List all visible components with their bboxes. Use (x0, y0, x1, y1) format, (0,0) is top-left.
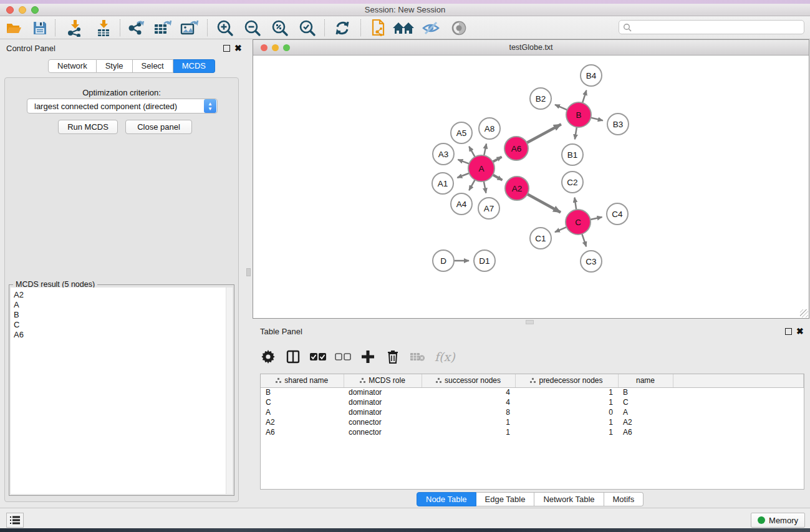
table-cell[interactable]: A (618, 407, 673, 417)
edge-B-B3[interactable] (590, 117, 602, 120)
tab-style[interactable]: Style (97, 59, 133, 73)
zoom-fit-icon[interactable] (269, 18, 291, 37)
table-cell[interactable]: 0 (515, 407, 618, 417)
table-cell[interactable]: A2 (261, 417, 344, 427)
control-panel-close-icon[interactable]: ✖ (234, 45, 242, 52)
hide-selected-eye-slash-icon[interactable] (420, 18, 442, 37)
edge-A-A8[interactable] (484, 143, 486, 156)
table-cell[interactable]: C (261, 397, 344, 407)
edge-A-A6[interactable] (492, 157, 501, 162)
desktop-splitter-handle[interactable] (526, 320, 534, 324)
export-image-icon[interactable] (178, 18, 201, 37)
tab-select[interactable]: Select (133, 59, 173, 73)
mcds-result-item[interactable]: A (14, 300, 227, 310)
search-field[interactable] (619, 20, 804, 34)
tab-network-table[interactable]: Network Table (534, 492, 604, 506)
criterion-dropdown[interactable]: largest connected component (directed) ▲… (27, 99, 218, 114)
mcds-result-scrollbar[interactable] (226, 288, 233, 494)
table-cell[interactable]: connector (344, 417, 422, 427)
network-resize-grip[interactable] (800, 309, 808, 317)
export-table-icon[interactable] (152, 18, 174, 37)
tab-motifs[interactable]: Motifs (604, 492, 644, 506)
zoom-out-icon[interactable] (241, 18, 264, 37)
import-network-icon[interactable] (64, 18, 86, 37)
select-all-icon[interactable] (310, 349, 326, 365)
table-cell[interactable]: 1 (422, 427, 515, 437)
table-cell[interactable]: 1 (515, 397, 618, 407)
run-mcds-button[interactable]: Run MCDS (58, 120, 118, 134)
show-all-eye-icon[interactable] (448, 18, 470, 37)
refresh-view-icon[interactable] (331, 18, 354, 37)
table-panel-close-icon[interactable]: ✖ (796, 328, 804, 335)
table-row[interactable]: Bdominator41B (261, 387, 804, 397)
table-cell[interactable]: 1 (515, 427, 618, 437)
save-session-icon[interactable] (29, 18, 51, 37)
zoom-in-icon[interactable] (214, 18, 236, 37)
table-row[interactable]: Adominator80A (261, 407, 804, 417)
copy-network-icon[interactable] (367, 18, 390, 37)
mcds-result-item[interactable]: A2 (14, 290, 227, 300)
search-input[interactable] (632, 23, 804, 32)
table-cell[interactable]: 4 (422, 387, 515, 397)
tab-node-table[interactable]: Node Table (417, 492, 476, 506)
edge-B-B1[interactable] (575, 127, 577, 140)
network-close-button[interactable] (261, 44, 268, 51)
import-table-icon[interactable] (92, 18, 115, 37)
home-layout-icon[interactable] (392, 18, 415, 37)
network-minimize-button[interactable] (272, 44, 279, 51)
edge-C-C4[interactable] (590, 217, 602, 220)
export-network-icon[interactable] (125, 18, 147, 37)
tab-edge-table[interactable]: Edge Table (476, 492, 535, 506)
edge-C-C2[interactable] (574, 198, 576, 210)
add-column-plus-icon[interactable] (360, 349, 376, 365)
table-cell[interactable]: A6 (618, 427, 673, 437)
edge-A-A4[interactable] (469, 179, 475, 190)
table-cell[interactable]: dominator (344, 397, 422, 407)
network-canvas[interactable]: B4B2BB3A5A8A6A3B1AC2A1A2A4A7C4CC1C3DD1 (253, 56, 809, 318)
table-row[interactable]: Cdominator41C (261, 397, 804, 407)
table-cell[interactable]: C (618, 397, 673, 407)
table-cell[interactable]: 1 (515, 417, 618, 427)
table-cell[interactable]: B (261, 387, 344, 397)
table-settings-gear-icon[interactable] (260, 349, 276, 365)
edge-A-A7[interactable] (484, 181, 486, 193)
edge-A-A2[interactable] (492, 175, 502, 180)
column-header-name[interactable]: name (618, 374, 673, 387)
column-header-successor-nodes[interactable]: successor nodes (422, 374, 515, 387)
table-cell[interactable]: A6 (261, 427, 344, 437)
edge-C-C1[interactable] (555, 227, 567, 233)
mcds-result-list[interactable]: A2ABCA6 (11, 288, 227, 494)
minimize-window-button[interactable] (19, 6, 26, 14)
table-panel-float-icon[interactable] (785, 328, 792, 335)
edge-B-B2[interactable] (555, 105, 568, 110)
edge-A6-B[interactable] (526, 124, 561, 143)
table-row[interactable]: A6connector11A6 (261, 427, 804, 437)
task-history-button[interactable] (6, 513, 24, 528)
control-panel-float-icon[interactable] (223, 45, 230, 52)
network-window-titlebar[interactable]: testGlobe.txt (253, 40, 809, 56)
mcds-result-item[interactable]: C (14, 320, 227, 330)
table-row[interactable]: A2connector11A2 (261, 417, 804, 427)
column-header-predecessor-nodes[interactable]: predecessor nodes (515, 374, 618, 387)
table-cell[interactable]: A2 (618, 417, 673, 427)
open-session-icon[interactable] (3, 18, 26, 37)
delete-column-trash-icon[interactable] (385, 349, 401, 365)
edge-B-B4[interactable] (582, 90, 587, 104)
edge-A2-C[interactable] (527, 194, 561, 213)
table-cell[interactable]: 1 (515, 387, 618, 397)
table-mode-icon[interactable] (285, 349, 301, 365)
table-cell[interactable]: 4 (422, 397, 515, 407)
table-cell[interactable]: 1 (422, 417, 515, 427)
table-cell[interactable]: 8 (422, 407, 515, 417)
mcds-result-item[interactable]: A6 (14, 330, 227, 340)
tab-mcds[interactable]: MCDS (173, 59, 215, 73)
column-header-MCDS-role[interactable]: MCDS role (344, 374, 422, 387)
tab-network[interactable]: Network (48, 59, 97, 73)
deselect-all-icon[interactable] (335, 349, 351, 365)
edge-A-A1[interactable] (457, 173, 470, 178)
table-cell[interactable]: connector (344, 427, 422, 437)
edge-A-A5[interactable] (469, 147, 475, 158)
edge-C-C3[interactable] (582, 233, 586, 246)
table-cell[interactable]: B (618, 387, 673, 397)
memory-button[interactable]: Memory (751, 513, 805, 528)
